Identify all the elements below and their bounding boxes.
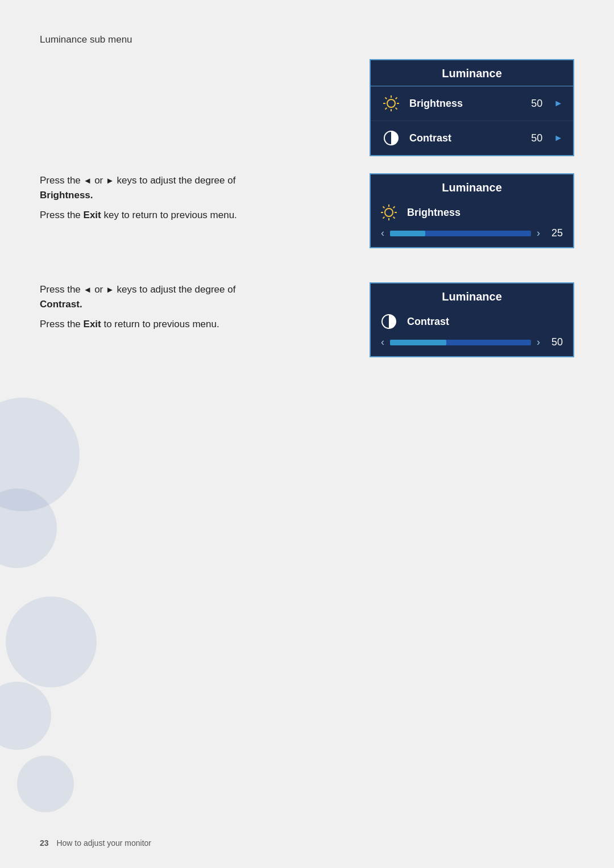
brightness-sub-icon — [379, 202, 399, 223]
brightness-slider-fill — [390, 231, 425, 236]
svg-line-6 — [396, 108, 397, 110]
svg-line-18 — [383, 217, 385, 219]
brightness-label: Brightness — [409, 98, 523, 110]
page-number: 23 — [40, 838, 49, 848]
brightness-osd-container: Luminance — [370, 173, 574, 265]
contrast-arrow: ► — [554, 133, 563, 143]
brightness-desc1: Press the ◄ or ► keys to adjust the degr… — [40, 173, 347, 203]
contrast-sub-icon — [379, 311, 399, 332]
contrast-sub-osd: Luminance Contrast ‹ › — [370, 282, 574, 357]
brightness-value: 50 — [531, 98, 542, 110]
contrast-sub-label: Contrast — [407, 316, 449, 328]
contrast-description: Press the ◄ or ► keys to adjust the degr… — [40, 282, 347, 336]
svg-line-17 — [393, 207, 395, 208]
contrast-slider-right-arrow: › — [537, 336, 540, 348]
contrast-slider-track — [390, 340, 531, 345]
brightness-slider-value: 25 — [546, 227, 563, 239]
brightness-right-arrow-icon: ► — [106, 174, 114, 187]
svg-point-0 — [387, 99, 395, 107]
svg-line-5 — [385, 98, 387, 99]
contrast-osd-title: Luminance — [371, 283, 573, 309]
brightness-osd-title: Luminance — [371, 174, 573, 200]
brightness-desc1-or: or — [94, 175, 106, 186]
brightness-sub-label: Brightness — [407, 207, 460, 219]
contrast-exit-key: Exit — [84, 319, 101, 329]
contrast-desc1: Press the ◄ or ► keys to adjust the degr… — [40, 282, 347, 312]
page-footer: 23 How to adjust your monitor — [40, 838, 151, 848]
brightness-slider-track — [390, 231, 531, 236]
svg-line-8 — [385, 108, 387, 110]
svg-line-7 — [396, 98, 397, 99]
brightness-slider-right-arrow: › — [537, 227, 540, 239]
contrast-slider-value: 50 — [546, 336, 563, 348]
brightness-desc1-after: keys to adjust the degree of — [117, 175, 236, 186]
brightness-arrow: ► — [554, 98, 563, 108]
contrast-left-arrow-icon: ◄ — [84, 283, 92, 296]
main-osd-title: Luminance — [371, 60, 573, 86]
contrast-desc1-or: or — [94, 284, 106, 295]
brightness-desc1-press: Press the — [40, 175, 84, 186]
brightness-desc2-press: Press the — [40, 210, 84, 220]
brightness-desc2: Press the Exit key to return to previous… — [40, 208, 347, 223]
contrast-desc1-press: Press the — [40, 284, 84, 295]
brightness-desc2-after: key to return to previous menu. — [103, 210, 237, 220]
contrast-value: 50 — [531, 132, 542, 144]
section-heading: Luminance sub menu — [40, 34, 574, 45]
brightness-sub-osd: Luminance — [370, 173, 574, 248]
main-osd-box: Luminance — [370, 59, 574, 156]
brightness-description: Press the ◄ or ► keys to adjust the degr… — [40, 173, 347, 227]
brightness-slider-left-arrow: ‹ — [381, 227, 384, 239]
contrast-desc2-press: Press the — [40, 319, 84, 329]
main-osd-container: Luminance — [370, 59, 574, 156]
contrast-slider-left-arrow: ‹ — [381, 336, 384, 348]
svg-line-15 — [383, 207, 385, 208]
contrast-slider-fill — [390, 340, 446, 345]
brightness-icon — [381, 93, 401, 114]
contrast-icon — [381, 128, 401, 148]
footer-text: How to adjust your monitor — [56, 838, 151, 848]
brightness-desc1-bold: Brightness. — [40, 190, 93, 201]
contrast-desc1-after: keys to adjust the degree of — [117, 284, 236, 295]
brightness-left-arrow-icon: ◄ — [84, 174, 92, 187]
brightness-exit-key: Exit — [84, 210, 101, 220]
contrast-desc1-bold: Contrast. — [40, 299, 82, 310]
contrast-right-arrow-icon: ► — [106, 283, 114, 296]
brightness-slider-row: ‹ › 25 — [371, 223, 573, 247]
svg-point-10 — [385, 208, 393, 216]
contrast-row: Contrast 50 ► — [371, 121, 573, 155]
contrast-osd-container: Luminance Contrast ‹ › — [370, 282, 574, 374]
contrast-desc2: Press the Exit to return to previous men… — [40, 317, 347, 332]
svg-line-16 — [393, 217, 395, 219]
contrast-desc2-after: to return to previous menu. — [103, 319, 219, 329]
contrast-label: Contrast — [409, 132, 523, 144]
contrast-slider-row: ‹ › 50 — [371, 332, 573, 356]
brightness-row: Brightness 50 ► — [371, 86, 573, 121]
